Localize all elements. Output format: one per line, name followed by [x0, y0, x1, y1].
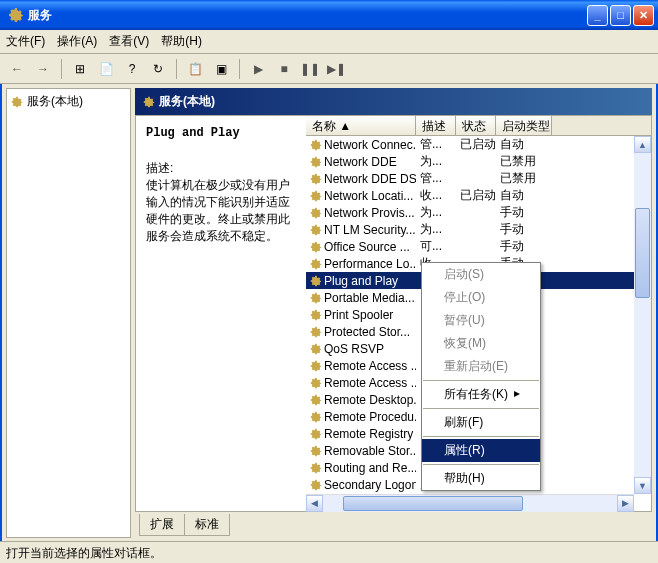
- gear-icon: [310, 292, 322, 304]
- gear-icon: [310, 190, 322, 202]
- window-title: 服务: [28, 7, 587, 24]
- service-row[interactable]: Network DDE为...已禁用: [306, 153, 651, 170]
- scroll-up-icon[interactable]: ▲: [634, 136, 651, 153]
- tree-root-label: 服务(本地): [27, 93, 83, 110]
- tab-standard[interactable]: 标准: [184, 514, 230, 536]
- minimize-button[interactable]: _: [587, 5, 608, 26]
- menu-bar: 文件(F) 操作(A) 查看(V) 帮助(H): [0, 30, 658, 54]
- restart-button: ▶❚: [325, 58, 347, 80]
- service-row[interactable]: Network Locati...收...已启动自动: [306, 187, 651, 204]
- tree-root[interactable]: 服务(本地): [11, 93, 126, 110]
- gear-icon: [11, 96, 23, 108]
- help-button[interactable]: ▣: [210, 58, 232, 80]
- row-name: Network DDE DSDM: [324, 172, 416, 186]
- row-desc: 为...: [416, 153, 456, 170]
- gear-icon: [310, 258, 322, 270]
- description-pane: Plug and Play 描述: 使计算机在极少或没有用户输入的情况下能识别并…: [136, 116, 306, 511]
- row-stype: 已禁用: [496, 153, 552, 170]
- row-name: Network Provis...: [324, 206, 415, 220]
- column-header[interactable]: 名称 ▲ 描述 状态 启动类型: [306, 116, 651, 136]
- col-name[interactable]: 名称 ▲: [306, 116, 416, 135]
- row-desc: 收...: [416, 187, 456, 204]
- tab-extended[interactable]: 扩展: [139, 514, 185, 536]
- row-stype: 手动: [496, 238, 552, 255]
- scroll-down-icon[interactable]: ▼: [634, 477, 651, 494]
- service-row[interactable]: Network Provis...为...手动: [306, 204, 651, 221]
- context-menu: 启动(S) 停止(O) 暂停(U) 恢复(M) 重新启动(E) 所有任务(K)▸…: [421, 262, 541, 491]
- row-desc: 管...: [416, 170, 456, 187]
- col-desc[interactable]: 描述: [416, 116, 456, 135]
- refresh-button[interactable]: ↻: [147, 58, 169, 80]
- row-name: NT LM Security...: [324, 223, 416, 237]
- service-list[interactable]: 名称 ▲ 描述 状态 启动类型 Network Connec...管...已启动…: [306, 116, 651, 511]
- ctx-alltasks[interactable]: 所有任务(K)▸: [422, 383, 540, 406]
- desc-text: 使计算机在极少或没有用户输入的情况下能识别并适应硬件的更改。终止或禁用此服务会造…: [146, 177, 296, 245]
- service-row[interactable]: Network DDE DSDM管...已禁用: [306, 170, 651, 187]
- properties-button[interactable]: 📄: [95, 58, 117, 80]
- service-row[interactable]: NT LM Security...为...手动: [306, 221, 651, 238]
- scroll-right-icon[interactable]: ▶: [617, 495, 634, 512]
- row-desc: 管...: [416, 136, 456, 153]
- ctx-pause: 暂停(U): [422, 309, 540, 332]
- ctx-refresh[interactable]: 刷新(F): [422, 411, 540, 434]
- gear-icon: [310, 360, 322, 372]
- selected-service-name: Plug and Play: [146, 126, 296, 140]
- close-button[interactable]: ✕: [633, 5, 654, 26]
- gear-icon: [143, 96, 155, 108]
- col-startup[interactable]: 启动类型: [496, 116, 552, 135]
- gear-icon: [310, 479, 322, 491]
- props-button[interactable]: 📋: [184, 58, 206, 80]
- up-button[interactable]: ⊞: [69, 58, 91, 80]
- gear-icon: [310, 173, 322, 185]
- row-status: 已启动: [456, 187, 496, 204]
- back-button: ←: [6, 58, 28, 80]
- scroll-left-icon[interactable]: ◀: [306, 495, 323, 512]
- tree-pane[interactable]: 服务(本地): [6, 88, 131, 538]
- gear-icon: [310, 428, 322, 440]
- ctx-restart: 重新启动(E): [422, 355, 540, 378]
- ctx-stop: 停止(O): [422, 286, 540, 309]
- row-name: Secondary Logon: [324, 478, 416, 492]
- row-stype: 自动: [496, 187, 552, 204]
- gear-icon: [310, 275, 322, 287]
- gear-icon: [310, 326, 322, 338]
- row-desc: 可...: [416, 238, 456, 255]
- row-name: Remote Procedu...: [324, 410, 416, 424]
- service-row[interactable]: Network Connec...管...已启动自动: [306, 136, 651, 153]
- horizontal-scrollbar[interactable]: ◀ ▶: [306, 494, 634, 511]
- menu-action[interactable]: 操作(A): [57, 33, 97, 50]
- export-button[interactable]: ?: [121, 58, 143, 80]
- toolbar: ← → ⊞ 📄 ? ↻ 📋 ▣ ▶ ■ ❚❚ ▶❚: [0, 54, 658, 84]
- ctx-help[interactable]: 帮助(H): [422, 467, 540, 490]
- gear-icon: [310, 207, 322, 219]
- row-name: Removable Stor...: [324, 444, 416, 458]
- row-name: Performance Lo...: [324, 257, 416, 271]
- col-status[interactable]: 状态: [456, 116, 496, 135]
- ctx-properties[interactable]: 属性(R): [422, 439, 540, 462]
- stop-button: ■: [273, 58, 295, 80]
- row-name: Remote Registry: [324, 427, 413, 441]
- row-desc: 为...: [416, 204, 456, 221]
- gear-icon: [310, 241, 322, 253]
- menu-help[interactable]: 帮助(H): [161, 33, 202, 50]
- detail-header-text: 服务(本地): [159, 93, 215, 110]
- status-bar: 打开当前选择的属性对话框。: [0, 541, 658, 563]
- scroll-thumb[interactable]: [635, 208, 650, 298]
- row-stype: 手动: [496, 221, 552, 238]
- maximize-button[interactable]: □: [610, 5, 631, 26]
- view-tabs: 扩展标准: [135, 512, 652, 538]
- menu-view[interactable]: 查看(V): [109, 33, 149, 50]
- gear-icon: [310, 445, 322, 457]
- vertical-scrollbar[interactable]: ▲ ▼: [634, 136, 651, 494]
- gear-icon: [310, 394, 322, 406]
- right-pane: 服务(本地) Plug and Play 描述: 使计算机在极少或没有用户输入的…: [135, 88, 652, 538]
- desc-label: 描述:: [146, 160, 296, 177]
- gear-icon: [310, 462, 322, 474]
- service-row[interactable]: Office Source ...可...手动: [306, 238, 651, 255]
- row-status: 已启动: [456, 136, 496, 153]
- hscroll-thumb[interactable]: [343, 496, 523, 511]
- menu-file[interactable]: 文件(F): [6, 33, 45, 50]
- row-name: Office Source ...: [324, 240, 410, 254]
- row-name: QoS RSVP: [324, 342, 384, 356]
- row-name: Remote Access ...: [324, 376, 416, 390]
